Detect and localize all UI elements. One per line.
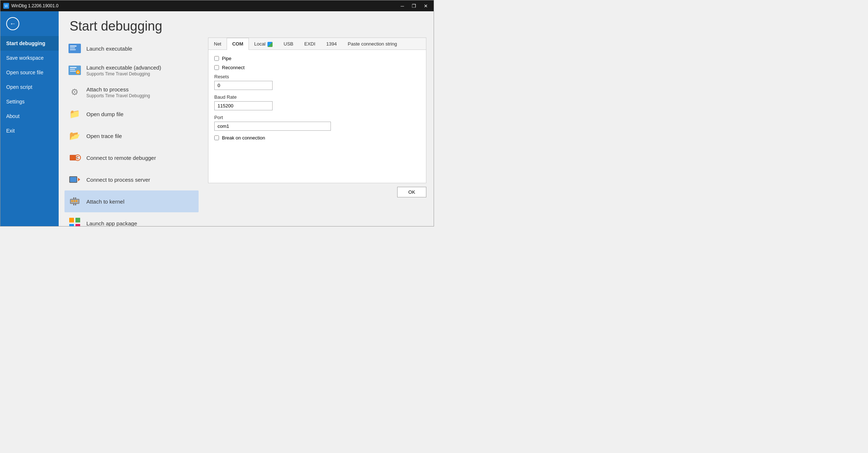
svg-rect-3 [70, 49, 76, 50]
sidebar: ← Start debugging Save workspace Open so… [0, 11, 59, 226]
reconnect-label[interactable]: Reconnect [222, 65, 245, 70]
list-item-connect-remote-debugger[interactable]: Connect to remote debugger [64, 147, 199, 169]
svg-rect-20 [71, 200, 73, 202]
svg-rect-28 [75, 218, 80, 222]
content-body: Launch executable + [59, 38, 434, 226]
list-item-connect-process-server[interactable]: Connect to process server [64, 169, 199, 190]
attach-to-process-text: Attach to process Supports Time Travel D… [86, 86, 150, 98]
content-area: Start debugging [59, 11, 434, 226]
resets-group: Resets [214, 74, 420, 90]
maximize-button[interactable]: ❐ [409, 2, 419, 9]
pipe-label[interactable]: Pipe [222, 56, 231, 61]
tab-net[interactable]: Net [208, 38, 227, 50]
sidebar-nav: Start debugging Save workspace Open sour… [0, 36, 59, 226]
launch-executable-advanced-text: Launch executable (advanced) Supports Ti… [86, 64, 161, 76]
sidebar-item-save-workspace[interactable]: Save workspace [0, 51, 59, 65]
sidebar-item-about[interactable]: About [0, 109, 59, 123]
tab-panel: Net COM Local USB EXDI 1394 Paste connec… [208, 38, 426, 183]
svg-rect-5 [70, 67, 77, 68]
open-trace-file-text: Open trace file [86, 133, 122, 139]
break-on-connection-checkbox[interactable] [214, 135, 219, 140]
list-panel: Launch executable + [59, 38, 204, 226]
svg-rect-27 [69, 218, 74, 222]
minimize-button[interactable]: ─ [397, 2, 407, 9]
svg-rect-30 [75, 224, 80, 226]
list-scroll[interactable]: Launch executable + [59, 38, 204, 226]
tab-1394[interactable]: 1394 [321, 38, 342, 50]
attach-to-kernel-text: Attach to kernel [86, 198, 124, 205]
sidebar-item-start-debugging[interactable]: Start debugging [0, 36, 59, 51]
reconnect-row: Reconnect [214, 65, 420, 70]
launch-app-package-icon [68, 217, 81, 226]
pipe-row: Pipe [214, 56, 420, 61]
svg-marker-17 [78, 178, 80, 181]
svg-rect-7 [70, 71, 76, 72]
app-icon: W [3, 3, 9, 9]
svg-rect-1 [70, 46, 77, 47]
baud-rate-input[interactable] [214, 101, 273, 110]
launch-executable-text: Launch executable [86, 46, 132, 52]
open-trace-file-icon: 📂 [68, 129, 81, 142]
close-button[interactable]: ✕ [421, 2, 431, 9]
port-group: Port [214, 115, 420, 131]
back-button[interactable]: ← [6, 17, 19, 30]
ok-button[interactable]: OK [397, 187, 426, 197]
break-on-connection-row: Break on connection [214, 135, 420, 141]
port-label: Port [214, 115, 420, 120]
tab-local[interactable]: Local [249, 38, 278, 50]
list-item-attach-to-kernel[interactable]: Attach to kernel [64, 190, 199, 212]
attach-to-kernel-icon [68, 195, 81, 208]
svg-rect-22 [76, 200, 77, 202]
launch-executable-icon [68, 42, 81, 55]
tab-exdi[interactable]: EXDI [299, 38, 321, 50]
svg-text:+: + [77, 71, 79, 74]
reconnect-checkbox[interactable] [214, 65, 219, 70]
list-item-attach-to-process[interactable]: ⚙ Attach to process Supports Time Travel… [64, 81, 199, 103]
list-item-launch-executable[interactable]: Launch executable [64, 38, 199, 59]
svg-rect-29 [69, 224, 74, 226]
right-panel: Net COM Local USB EXDI 1394 Paste connec… [204, 38, 434, 226]
connect-remote-debugger-text: Connect to remote debugger [86, 155, 156, 161]
sidebar-back-area: ← [0, 11, 59, 36]
svg-rect-23 [73, 197, 74, 199]
connect-process-server-text: Connect to process server [86, 177, 150, 183]
list-item-launch-app-package[interactable]: Launch app package [64, 212, 199, 226]
attach-to-process-icon: ⚙ [68, 86, 81, 99]
tab-paste-connection-string[interactable]: Paste connection string [342, 38, 402, 50]
resets-input[interactable] [214, 81, 273, 90]
titlebar-left: W WinDbg 1.2206.19001.0 [3, 3, 58, 9]
sidebar-item-open-source-file[interactable]: Open source file [0, 65, 59, 80]
port-input[interactable] [214, 122, 331, 131]
sidebar-item-open-script[interactable]: Open script [0, 80, 59, 94]
svg-rect-16 [70, 177, 77, 182]
list-item-open-trace-file[interactable]: 📂 Open trace file [64, 125, 199, 147]
list-item-open-dump-file[interactable]: 📁 Open dump file [64, 103, 199, 125]
sidebar-item-settings[interactable]: Settings [0, 94, 59, 109]
titlebar-controls: ─ ❐ ✕ [397, 2, 431, 9]
baud-rate-group: Baud Rate [214, 94, 420, 110]
tab-usb[interactable]: USB [278, 38, 299, 50]
svg-rect-6 [70, 69, 75, 70]
connect-process-server-icon [68, 173, 81, 186]
tab-content-com: Pipe Reconnect Resets Baud Rate [208, 50, 426, 183]
list-item-launch-executable-advanced[interactable]: + Launch executable (advanced) Supports … [64, 59, 199, 81]
connect-remote-debugger-icon [68, 151, 81, 164]
sidebar-item-exit[interactable]: Exit [0, 123, 59, 138]
open-dump-file-icon: 📁 [68, 107, 81, 121]
svg-rect-24 [75, 197, 76, 199]
shield-icon [267, 42, 273, 47]
tabs: Net COM Local USB EXDI 1394 Paste connec… [208, 38, 426, 50]
titlebar: W WinDbg 1.2206.19001.0 ─ ❐ ✕ [0, 0, 434, 11]
svg-rect-26 [75, 204, 76, 205]
launch-app-package-text: Launch app package [86, 220, 137, 227]
baud-rate-label: Baud Rate [214, 94, 420, 100]
tab-com[interactable]: COM [227, 38, 249, 50]
launch-executable-advanced-icon: + [68, 64, 81, 77]
pipe-checkbox[interactable] [214, 56, 219, 61]
svg-rect-25 [73, 204, 74, 205]
app-title: WinDbg 1.2206.19001.0 [11, 3, 58, 8]
svg-rect-21 [74, 200, 75, 202]
open-dump-file-text: Open dump file [86, 111, 124, 117]
break-on-connection-label[interactable]: Break on connection [222, 135, 265, 141]
ok-area: OK [208, 183, 426, 197]
